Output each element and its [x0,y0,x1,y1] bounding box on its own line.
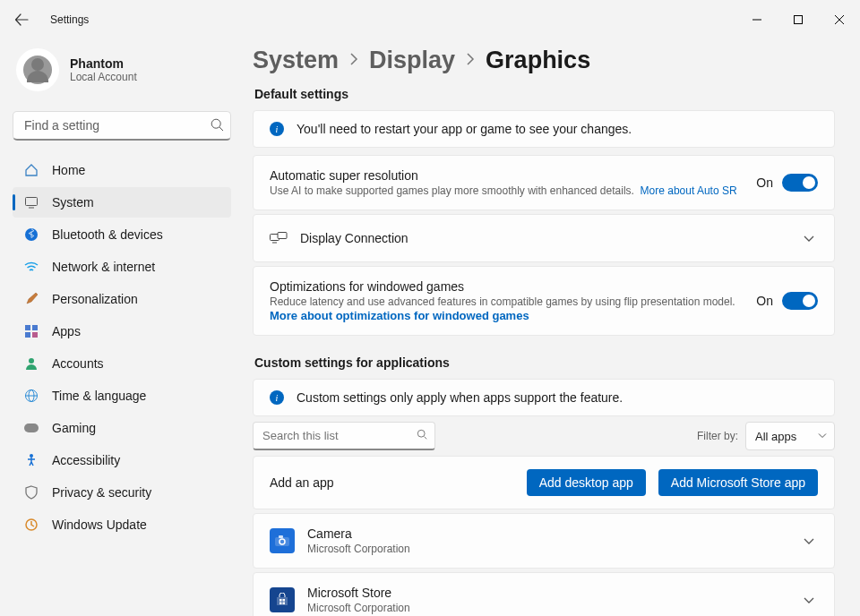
nav-bluetooth[interactable]: Bluetooth & devices [13,219,231,250]
auto-sr-toggle[interactable] [782,174,818,192]
nav-label: Accounts [52,356,104,371]
add-store-app-button[interactable]: Add Microsoft Store app [658,469,818,496]
search-icon[interactable] [211,118,224,134]
default-settings-heading: Default settings [254,87,835,101]
chevron-down-icon[interactable] [800,530,818,552]
svg-point-16 [417,430,425,437]
nav-label: Time & language [52,389,146,403]
search-input[interactable] [13,111,231,141]
nav-privacy[interactable]: Privacy & security [13,477,231,508]
nav-label: Privacy & security [52,485,151,500]
nav-personalization[interactable]: Personalization [13,284,231,314]
display-connection-card[interactable]: Display Connection [253,214,835,262]
nav-label: Accessibility [52,453,120,467]
titlebar: Settings [0,0,860,39]
svg-rect-20 [280,599,282,602]
svg-point-1 [211,119,220,128]
svg-rect-11 [24,424,39,432]
nav-time-language[interactable]: Time & language [13,381,231,411]
svg-rect-0 [795,16,803,24]
nav-apps[interactable]: Apps [13,316,231,346]
nav-label: Bluetooth & devices [52,227,163,242]
maximize-button[interactable] [778,5,819,34]
nav-home[interactable]: Home [13,155,231,185]
update-icon [23,517,39,533]
globe-icon [23,388,39,404]
person-icon [23,355,39,372]
arrow-left-icon [14,13,29,27]
add-app-row: Add an app Add desktop app Add Microsoft… [253,456,835,509]
crumb-graphics: Graphics [486,47,590,74]
apps-icon [23,323,39,339]
nav-accessibility[interactable]: Accessibility [13,445,231,475]
store-icon [270,587,295,612]
crumb-display[interactable]: Display [369,47,455,74]
app-publisher: Microsoft Corporation [307,543,787,555]
filter-select[interactable]: All apps [745,422,835,450]
svg-rect-4 [25,325,30,330]
profile-block[interactable]: Phantom Local Account [13,39,231,106]
search-wrap [13,111,231,141]
system-icon [23,194,39,210]
restart-info-banner: i You'll need to restart your app or gam… [253,110,835,148]
accessibility-icon [23,452,39,468]
filter-row: Filter by: All apps [253,422,835,450]
back-button[interactable] [7,5,36,34]
windowed-optimizations-card: Optimizations for windowed games Reduce … [253,266,835,336]
auto-sr-sub: Use AI to make supported games play more… [270,184,744,197]
shield-icon [23,484,39,500]
svg-rect-23 [283,603,286,605]
svg-rect-15 [278,233,287,239]
auto-sr-card: Automatic super resolution Use AI to mak… [253,155,835,210]
app-row-store[interactable]: Microsoft Store Microsoft Corporation [253,572,835,616]
owg-toggle[interactable] [782,292,818,310]
close-button[interactable] [819,5,860,34]
camera-icon [270,528,295,553]
app-row-camera[interactable]: Camera Microsoft Corporation [253,513,835,569]
gamepad-icon [23,420,39,436]
nav-network[interactable]: Network & internet [13,252,231,282]
nav-label: Personalization [52,292,138,306]
chevron-down-icon[interactable] [800,227,818,249]
app-title: Settings [50,13,89,26]
nav: Home System Bluetooth & devices Network … [13,155,231,540]
info-text: You'll need to restart your app or game … [297,122,632,136]
chevron-right-icon [466,53,475,68]
auto-sr-link[interactable]: More about Auto SR [641,184,737,197]
avatar [16,48,59,91]
svg-rect-2 [26,198,38,206]
nav-windows-update[interactable]: Windows Update [13,509,231,540]
chevron-down-icon[interactable] [800,589,818,611]
svg-rect-6 [25,332,30,338]
nav-label: Network & internet [52,260,155,274]
nav-label: Apps [52,324,81,338]
owg-link[interactable]: More about optimizations for windowed ga… [270,309,529,322]
breadcrumb: System Display Graphics [253,47,835,74]
nav-label: Windows Update [52,518,147,532]
add-desktop-app-button[interactable]: Add desktop app [527,469,646,496]
list-search-input[interactable] [253,422,435,450]
nav-system[interactable]: System [13,187,231,218]
wifi-icon [23,259,39,275]
app-publisher: Microsoft Corporation [307,602,787,614]
search-icon[interactable] [417,429,428,443]
crumb-system[interactable]: System [253,47,339,74]
profile-name: Phantom [70,56,137,71]
owg-title: Optimizations for windowed games [270,279,744,294]
nav-gaming[interactable]: Gaming [13,413,231,443]
minimize-button[interactable] [736,5,778,34]
nav-label: Home [52,163,85,177]
owg-toggle-label: On [756,294,773,308]
profile-sub: Local Account [70,71,137,83]
add-app-title: Add an app [270,475,514,490]
svg-rect-19 [279,535,283,538]
owg-sub: Reduce latency and use advanced features… [270,295,744,308]
svg-point-8 [29,358,34,364]
app-name: Camera [307,526,787,541]
display-connection-title: Display Connection [300,231,787,245]
nav-accounts[interactable]: Accounts [13,348,231,379]
svg-rect-21 [283,599,286,602]
info-icon: i [270,122,284,136]
nav-label: System [52,195,94,210]
filter-label: Filter by: [697,430,738,442]
